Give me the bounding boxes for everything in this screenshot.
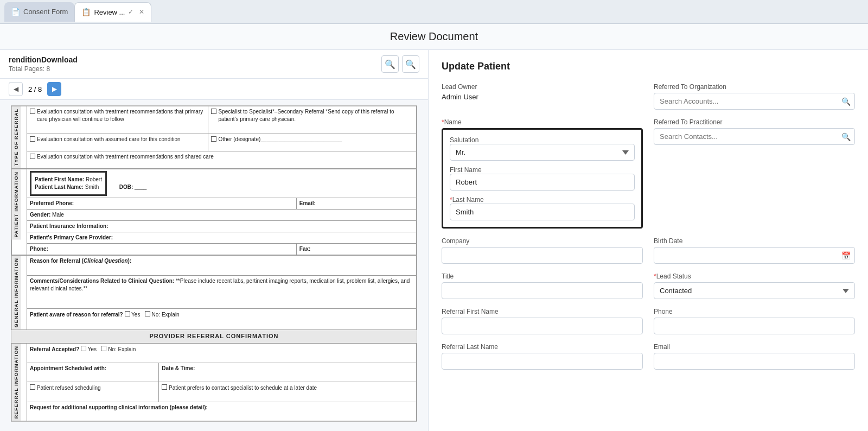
- phone-label: Phone: [654, 308, 855, 315]
- zoom-out-button[interactable]: 🔍: [381, 55, 399, 73]
- lead-owner-label: Lead Owner: [442, 83, 643, 91]
- referral-first-name-input[interactable]: [442, 318, 643, 334]
- provider-confirmation-header: Provider Referral Confirmation: [11, 330, 417, 343]
- next-page-button[interactable]: ▶: [47, 82, 61, 96]
- search-contacts-icon: 🔍: [841, 132, 851, 141]
- doc-pages: Total Pages: 8: [9, 65, 78, 73]
- document-panel: renditionDownload Total Pages: 8 🔍 🔍: [0, 50, 429, 431]
- title-input[interactable]: [442, 282, 643, 299]
- col-lead-status: *Lead Status Contacted New Working Quali…: [654, 272, 855, 299]
- email-input[interactable]: [654, 353, 855, 370]
- calendar-icon: 📅: [841, 251, 851, 260]
- referral-info-label: REFERRAL INFORMATION: [12, 344, 21, 421]
- doc-header: renditionDownload Total Pages: 8 🔍 🔍: [0, 50, 428, 79]
- col-referral-last-name: Referral Last Name: [442, 343, 643, 370]
- page-indicator: 2 / 8: [28, 85, 42, 93]
- last-name-input[interactable]: [450, 204, 635, 220]
- lead-status-label: *Lead Status: [654, 272, 855, 280]
- col-referred-practitioner: Referred To Practitioner 🔍: [654, 118, 855, 229]
- col-referral-first-name: Referral First Name: [442, 308, 643, 334]
- row-name: *Name Salutation Mr. Mrs. Ms. Dr.: [442, 118, 855, 229]
- referral-last-name-input[interactable]: [442, 353, 643, 370]
- form-title: Update Patient: [442, 61, 855, 72]
- tab-close-button[interactable]: ✕: [139, 8, 144, 16]
- zoom-in-icon: 🔍: [405, 59, 416, 69]
- col-lead-owner: Lead Owner Admin User: [442, 83, 643, 110]
- tab-check-icon: ✓: [128, 8, 133, 16]
- doc-content: TYPE OF REFERRAL Evaluation consultation…: [0, 100, 428, 431]
- title-label: Title: [442, 272, 643, 280]
- phone-input[interactable]: [654, 318, 855, 334]
- doc-title: renditionDownload: [9, 55, 78, 64]
- referral-first-name-label: Referral First Name: [442, 308, 643, 315]
- first-name-label: First Name: [450, 166, 635, 174]
- birth-date-input[interactable]: [654, 247, 855, 264]
- page-title: Review Document: [0, 30, 868, 43]
- salutation-label: Salutation: [450, 136, 635, 144]
- top-bar: Review Document: [0, 24, 868, 50]
- name-label: *Name: [442, 118, 643, 126]
- email-label: Email: [654, 343, 855, 351]
- row-title-status: Title *Lead Status Contacted New Working…: [442, 272, 855, 299]
- browser-tabs: 📄 Consent Form 📋 Review ... ✓ ✕: [0, 0, 868, 24]
- name-highlighted-section: Salutation Mr. Mrs. Ms. Dr. First Name: [442, 128, 643, 229]
- col-birth-date: Birth Date 📅: [654, 237, 855, 264]
- col-email: Email: [654, 343, 855, 370]
- last-name-label: *Last Name: [450, 196, 635, 204]
- zoom-out-icon: 🔍: [385, 59, 395, 69]
- referred-practitioner-search-wrap: 🔍: [654, 128, 855, 145]
- birth-date-label: Birth Date: [654, 237, 855, 245]
- company-label: Company: [442, 237, 643, 245]
- main-container: Review Document renditionDownload Total …: [0, 24, 868, 431]
- salutation-select[interactable]: Mr. Mrs. Ms. Dr.: [450, 144, 635, 161]
- tab-review-label: Review ...: [94, 8, 125, 16]
- company-input[interactable]: [442, 247, 643, 264]
- referral-last-name-label: Referral Last Name: [442, 343, 643, 351]
- doc-navigation: ◀ 2 / 8 ▶: [0, 79, 428, 100]
- referred-org-input[interactable]: [654, 93, 855, 110]
- referred-org-label: Referred To Organization: [654, 83, 855, 91]
- zoom-in-button[interactable]: 🔍: [402, 55, 419, 73]
- consent-form-icon: 📄: [11, 8, 20, 16]
- row-referral-phone: Referral First Name Phone: [442, 308, 855, 334]
- row-company-birthdate: Company Birth Date 📅: [442, 237, 855, 264]
- patient-info-label: PATIENT INFORMATION: [12, 169, 21, 240]
- tab-consent-form[interactable]: 📄 Consent Form: [4, 2, 74, 22]
- referred-org-search-wrap: 🔍: [654, 93, 855, 110]
- type-of-referral-label: TYPE OF REFERRAL: [12, 106, 21, 168]
- document-form: TYPE OF REFERRAL Evaluation consultation…: [11, 105, 417, 422]
- col-phone: Phone: [654, 308, 855, 334]
- row-referral-email: Referral Last Name Email: [442, 343, 855, 370]
- col-name: *Name Salutation Mr. Mrs. Ms. Dr.: [442, 118, 643, 229]
- col-title: Title: [442, 272, 643, 299]
- referred-practitioner-input[interactable]: [654, 128, 855, 145]
- search-accounts-icon: 🔍: [841, 97, 851, 106]
- lead-owner-value: Admin User: [442, 93, 643, 101]
- row-lead-owner: Lead Owner Admin User Referred To Organi…: [442, 83, 855, 110]
- prev-page-button[interactable]: ◀: [9, 82, 23, 96]
- tab-review[interactable]: 📋 Review ... ✓ ✕: [74, 2, 151, 22]
- birth-date-wrap: 📅: [654, 247, 855, 264]
- lead-status-select[interactable]: Contacted New Working Qualified Unqualif…: [654, 282, 855, 299]
- col-referred-org: Referred To Organization 🔍: [654, 83, 855, 110]
- general-info-label: GENERAL INFORMATION: [12, 256, 21, 329]
- review-icon: 📋: [81, 8, 91, 16]
- tab-consent-label: Consent Form: [23, 8, 68, 16]
- content-split: renditionDownload Total Pages: 8 🔍 🔍: [0, 50, 868, 431]
- update-patient-panel: Update Patient Lead Owner Admin User Ref…: [429, 50, 868, 431]
- col-company: Company: [442, 237, 643, 264]
- referred-practitioner-label: Referred To Practitioner: [654, 118, 855, 126]
- zoom-controls: 🔍 🔍: [381, 55, 419, 73]
- first-name-input[interactable]: [450, 174, 635, 191]
